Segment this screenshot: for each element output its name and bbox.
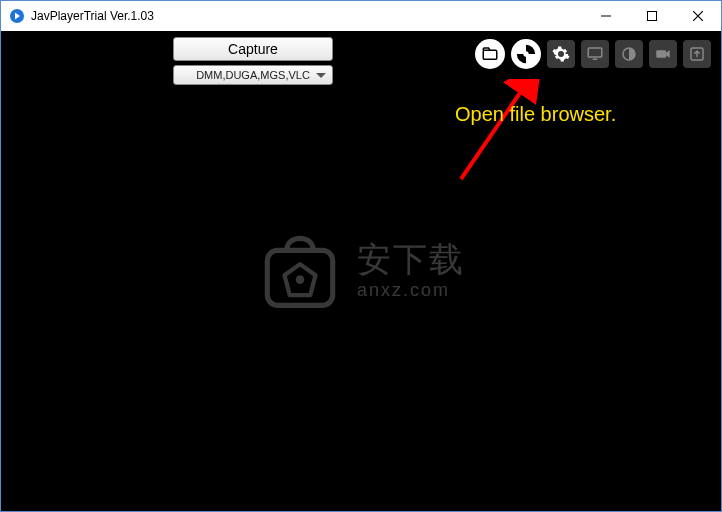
export-button[interactable] bbox=[683, 40, 711, 68]
watermark-cn: 安下载 bbox=[357, 242, 465, 276]
capture-button[interactable]: Capture bbox=[173, 37, 333, 61]
svg-rect-7 bbox=[593, 59, 598, 61]
svg-rect-1 bbox=[601, 16, 611, 17]
chevron-down-icon bbox=[316, 69, 326, 81]
svg-rect-6 bbox=[588, 48, 602, 57]
record-button[interactable] bbox=[649, 40, 677, 68]
annotation-arrow bbox=[441, 79, 561, 189]
watermark-en: anxz.com bbox=[357, 280, 465, 301]
dropdown-value: DMM,DUGA,MGS,VLC bbox=[196, 69, 310, 81]
svg-rect-12 bbox=[267, 250, 332, 305]
svg-rect-2 bbox=[648, 12, 657, 21]
window-title: JavPlayerTrial Ver.1.03 bbox=[31, 9, 583, 23]
settings-button[interactable] bbox=[547, 40, 575, 68]
folder-icon bbox=[481, 45, 499, 63]
brightness-button[interactable] bbox=[615, 40, 643, 68]
watermark-bag-icon bbox=[257, 228, 343, 314]
gear-icon bbox=[552, 45, 570, 63]
minimize-button[interactable] bbox=[583, 1, 629, 31]
right-toolbar bbox=[475, 39, 711, 69]
maximize-button[interactable] bbox=[629, 1, 675, 31]
camera-icon bbox=[654, 45, 672, 63]
controller-button[interactable] bbox=[511, 39, 541, 69]
svg-rect-9 bbox=[656, 50, 666, 58]
close-button[interactable] bbox=[675, 1, 721, 31]
open-file-button[interactable] bbox=[475, 39, 505, 69]
export-icon bbox=[688, 45, 706, 63]
app-window: JavPlayerTrial Ver.1.03 Capture DMM,DUGA… bbox=[0, 0, 722, 512]
titlebar: JavPlayerTrial Ver.1.03 bbox=[1, 1, 721, 31]
svg-line-11 bbox=[461, 87, 524, 179]
monitor-icon bbox=[586, 45, 604, 63]
app-icon bbox=[9, 8, 25, 24]
left-toolbar: Capture DMM,DUGA,MGS,VLC bbox=[173, 37, 333, 85]
svg-point-5 bbox=[523, 51, 528, 56]
watermark: 安下载 anxz.com bbox=[257, 228, 465, 314]
contrast-icon bbox=[620, 45, 638, 63]
content-area: Capture DMM,DUGA,MGS,VLC bbox=[1, 31, 721, 511]
source-dropdown[interactable]: DMM,DUGA,MGS,VLC bbox=[173, 65, 333, 85]
monitor-button[interactable] bbox=[581, 40, 609, 68]
annotation-text: Open file browser. bbox=[455, 103, 616, 126]
svg-rect-3 bbox=[483, 50, 497, 59]
svg-point-13 bbox=[296, 275, 305, 284]
dpad-icon bbox=[516, 44, 536, 64]
